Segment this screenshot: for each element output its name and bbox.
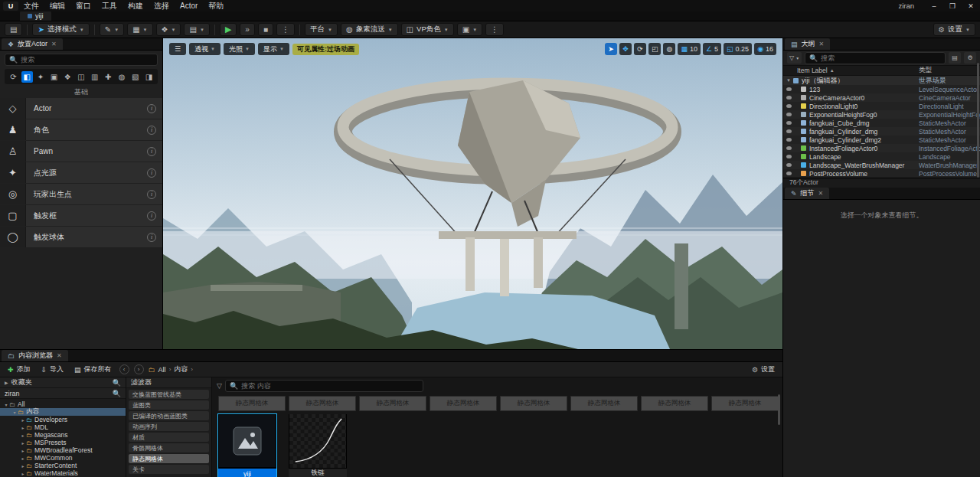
- info-icon[interactable]: i: [147, 147, 156, 156]
- asset-tile-partial[interactable]: 静态网格体: [218, 396, 286, 411]
- folder-tree-item[interactable]: ▸ 🗀 MSPresets: [0, 439, 126, 446]
- filter-item[interactable]: 关卡: [129, 465, 209, 474]
- column-item-label[interactable]: Item Label ▲: [797, 67, 919, 74]
- expander-icon[interactable]: ▸: [20, 471, 26, 476]
- outliner-scrollbar[interactable]: [977, 63, 979, 178]
- history-forward-button[interactable]: ›: [134, 364, 144, 374]
- folder-tree-item[interactable]: ▸ 🗀 Developers: [0, 416, 126, 423]
- save-all-button[interactable]: ▤保存所有: [71, 364, 115, 375]
- details-tab[interactable]: ✎ 细节 ✕: [785, 188, 829, 199]
- play-button[interactable]: ▶: [220, 23, 237, 36]
- asset-tile-partial[interactable]: 静态网格体: [289, 396, 356, 411]
- toolbar-icon-dropdown[interactable]: ❖ ▼: [156, 23, 181, 36]
- vp-role-dropdown[interactable]: ◫ VP角色 ▼: [401, 23, 454, 36]
- close-button[interactable]: ✕: [962, 0, 980, 11]
- folder-tree-item[interactable]: ▸ 🗀 MWCommon: [0, 454, 126, 462]
- expander-icon[interactable]: ▸: [20, 448, 26, 453]
- menu-item[interactable]: 工具: [96, 0, 122, 11]
- folder-tree-item[interactable]: ▸ 🗀 Megascans: [0, 431, 126, 439]
- funnel-icon[interactable]: ▽: [217, 382, 222, 390]
- outliner-world-row[interactable]: ▼ yiji（编辑器） 世界场景: [783, 76, 980, 85]
- menu-item[interactable]: 窗口: [70, 0, 96, 11]
- filter-item[interactable]: 静态网格体: [129, 454, 209, 463]
- close-icon[interactable]: ✕: [818, 190, 824, 197]
- folder-tree-item[interactable]: ▸ 🗀 MWBroadleafForest: [0, 446, 126, 454]
- info-icon[interactable]: i: [147, 211, 156, 221]
- maximize-button[interactable]: ❐: [943, 0, 962, 11]
- visibility-eye-icon[interactable]: [786, 87, 792, 91]
- content-settings-button[interactable]: ⚙设置: [749, 364, 778, 375]
- outliner-row[interactable]: Landscape Landscape: [783, 152, 980, 161]
- place-category-button[interactable]: ✦: [34, 71, 46, 83]
- place-category-button[interactable]: ▣: [48, 71, 60, 83]
- outliner-row[interactable]: fangkuai_Cube_dmg StaticMeshActor: [783, 119, 980, 127]
- place-item[interactable]: ◎ 玩家出生点 i: [0, 184, 162, 204]
- content-browser-tab[interactable]: 🗀 内容浏览器 ✕: [2, 350, 68, 361]
- place-category-button[interactable]: ⟳: [8, 71, 19, 83]
- asset-tile-partial[interactable]: 静态网格体: [570, 396, 638, 411]
- search-icon[interactable]: 🔍: [113, 379, 121, 387]
- close-icon[interactable]: ✕: [51, 41, 57, 47]
- place-category-button[interactable]: ◍: [116, 71, 128, 83]
- place-search-input[interactable]: [21, 56, 153, 64]
- view-mode-dropdown[interactable]: 光照▼: [224, 43, 255, 55]
- folder-tree-item[interactable]: ▸ 🗀 StarterContent: [0, 462, 126, 469]
- level-viewport[interactable]: ☰ 透视▼ 光照▼ 显示▼ 可见属性:过场动画 ➤ ✥ ⟳ ◰ ◍ ▦10 ∠5…: [163, 38, 782, 349]
- visibility-eye-icon[interactable]: [786, 104, 792, 108]
- asset-tile-partial[interactable]: 静态网格体: [641, 396, 708, 411]
- folder-tree-item[interactable]: ▾ 🗀 All: [0, 400, 126, 408]
- expander-icon[interactable]: ▾: [3, 402, 9, 407]
- outliner-search-box[interactable]: 🔍: [805, 52, 946, 64]
- close-icon[interactable]: ✕: [819, 41, 825, 47]
- asset-tile-partial[interactable]: 静态网格体: [711, 396, 779, 411]
- asset-tile-partial[interactable]: 静态网格体: [500, 396, 567, 411]
- outliner-filter-button[interactable]: ▽▼: [787, 52, 802, 64]
- filter-item[interactable]: 交换蓝图管线基类: [129, 390, 209, 399]
- filter-item[interactable]: 材质: [129, 433, 209, 442]
- menu-item[interactable]: 帮助: [203, 0, 229, 11]
- stop-button[interactable]: ■: [258, 23, 273, 36]
- place-actors-tab[interactable]: ❖ 放置Actor ✕: [2, 38, 63, 50]
- outliner-row[interactable]: fangkuai_Cylinder_dmg2 StaticMeshActor: [783, 136, 980, 144]
- visibility-eye-icon[interactable]: [786, 146, 792, 150]
- outliner-row[interactable]: ExponentialHeightFog0 ExponentialHeightF…: [783, 110, 980, 119]
- column-type[interactable]: 类型: [919, 66, 980, 75]
- visibility-eye-icon[interactable]: [786, 155, 792, 158]
- save-all-button[interactable]: ▤: [5, 23, 22, 36]
- menu-item[interactable]: Actor: [175, 0, 203, 11]
- asset-tile-partial[interactable]: 静态网格体: [430, 396, 497, 411]
- outliner-row[interactable]: InstancedFoliageActor0 InstancedFoliageA…: [783, 144, 980, 152]
- toolbar-kebab[interactable]: ⋮: [485, 23, 504, 36]
- visibility-eye-icon[interactable]: [786, 138, 792, 142]
- place-category-button[interactable]: ▧: [129, 71, 141, 83]
- info-icon[interactable]: i: [147, 190, 156, 199]
- visibility-eye-icon[interactable]: [786, 163, 792, 167]
- place-category-button[interactable]: ✚: [103, 71, 114, 83]
- toolbar-icon-dropdown[interactable]: ▦ ▼: [127, 23, 152, 36]
- rotate-tool-button[interactable]: ⟳: [634, 43, 646, 55]
- history-back-button[interactable]: ‹: [119, 364, 129, 374]
- menu-item[interactable]: 编辑: [44, 0, 70, 11]
- place-category-button[interactable]: ❖: [62, 71, 74, 83]
- minimize-button[interactable]: –: [925, 0, 943, 11]
- expander-icon[interactable]: ▸: [20, 433, 26, 438]
- menu-item[interactable]: 文件: [18, 0, 44, 11]
- expander-icon[interactable]: ▸: [20, 425, 26, 430]
- outliner-row[interactable]: DirectionalLight0 DirectionalLight: [783, 102, 980, 110]
- toolbar-icon-dropdown[interactable]: ▤ ▼: [184, 23, 209, 36]
- filter-item[interactable]: 骨骼网格体: [129, 443, 209, 452]
- expander-icon[interactable]: ▶: [5, 380, 8, 385]
- place-category-button[interactable]: ◨: [143, 71, 155, 83]
- show-dropdown[interactable]: 显示▼: [258, 43, 289, 55]
- scale-snap-button[interactable]: ◱0.25: [724, 43, 752, 55]
- breadcrumb-content[interactable]: 内容: [174, 364, 188, 374]
- outliner-browse-button[interactable]: ▤: [949, 52, 961, 64]
- place-item[interactable]: ◯ 触发球体 i: [0, 227, 162, 247]
- pixel-streaming-dropdown[interactable]: ◍ 象素流送 ▼: [341, 23, 398, 36]
- place-search-box[interactable]: 🔍: [5, 54, 158, 66]
- place-category-button[interactable]: ▥: [89, 71, 100, 83]
- info-icon[interactable]: i: [147, 126, 156, 135]
- viewport-menu-button[interactable]: ☰: [169, 43, 186, 55]
- asset-grid-area[interactable]: ▽ 🔍 静态网格体静态网格体静态网格体静态网格体静态网格体静态网格体静态网格体静…: [212, 377, 782, 477]
- toolbar-icon-dropdown[interactable]: ✎ ▼: [100, 23, 124, 36]
